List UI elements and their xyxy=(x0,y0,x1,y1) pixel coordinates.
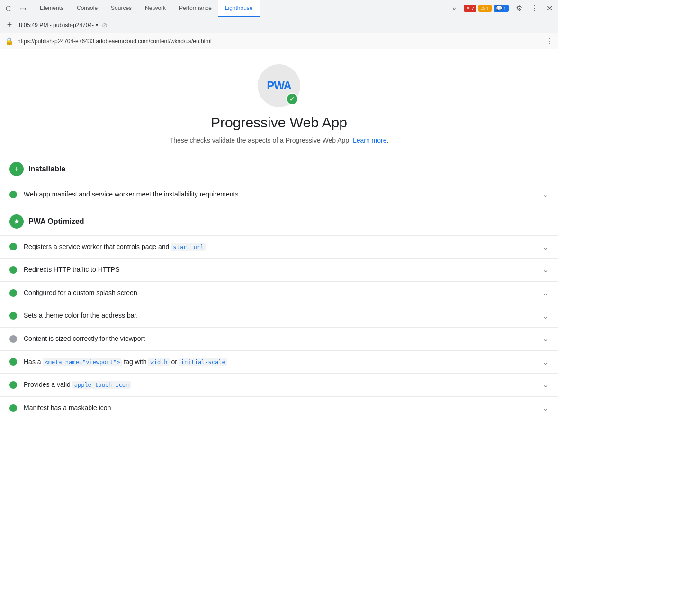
info-count: 1 xyxy=(503,6,506,11)
address-bar: + 8:05:49 PM - publish-p24704- ▾ ⊘ xyxy=(0,17,558,33)
audit-row-pwa-optimized-4[interactable]: Content is sized correctly for the viewp… xyxy=(0,327,558,350)
audit-text: Web app manifest and service worker meet… xyxy=(24,190,538,199)
tab-elements[interactable]: Elements xyxy=(33,0,70,17)
error-count: 7 xyxy=(471,6,474,11)
audit-row-installable-0[interactable]: Web app manifest and service worker meet… xyxy=(0,183,558,206)
audit-row-pwa-optimized-3[interactable]: Sets a theme color for the address bar.⌄ xyxy=(0,304,558,327)
audit-row-pwa-optimized-1[interactable]: Redirects HTTP traffic to HTTPS⌄ xyxy=(0,258,558,281)
device-icon[interactable]: ▭ xyxy=(16,2,29,15)
chevron-down-icon: ⌄ xyxy=(542,242,548,251)
devtools-tab-bar: ⬡ ▭ ElementsConsoleSourcesNetworkPerform… xyxy=(0,0,558,17)
tab-list: ElementsConsoleSourcesNetworkPerformance… xyxy=(33,0,449,17)
section-label-installable: Installable xyxy=(28,165,65,173)
audit-row-pwa-optimized-7[interactable]: Manifest has a maskable icon⌄ xyxy=(0,396,558,420)
audit-status-dot xyxy=(9,289,17,297)
chevron-down-icon: ⌄ xyxy=(542,312,548,321)
tab-actions: ⚙ ⋮ ✕ xyxy=(512,2,556,15)
chevron-down-icon: ⌄ xyxy=(542,288,548,297)
tab-console[interactable]: Console xyxy=(70,0,104,17)
error-badge[interactable]: ✕ 7 xyxy=(464,5,476,12)
tab-lighthouse[interactable]: Lighthouse xyxy=(218,0,260,17)
info-badge[interactable]: 💬 1 xyxy=(494,5,509,12)
audit-row-pwa-optimized-6[interactable]: Provides a valid apple-touch-icon⌄ xyxy=(0,373,558,396)
add-tab-button[interactable]: + xyxy=(4,20,15,30)
chevron-down-icon: ⌄ xyxy=(542,403,548,412)
warn-count: 1 xyxy=(486,6,489,11)
error-icon: ✕ xyxy=(466,5,470,11)
audit-text: Manifest has a maskable icon xyxy=(24,403,538,413)
pwa-logo: PWA ✓ xyxy=(258,64,300,107)
dropdown-arrow-icon[interactable]: ▾ xyxy=(96,22,98,27)
audit-code: apple-touch-icon xyxy=(72,381,131,389)
chevron-down-icon: ⌄ xyxy=(542,334,548,343)
more-tabs-button[interactable]: » xyxy=(449,5,459,12)
devtools-icons: ⬡ ▭ xyxy=(2,2,29,15)
audit-code: width xyxy=(148,358,169,366)
warn-icon: ⚠ xyxy=(481,5,485,11)
tab-badges: ✕ 7 ⚠ 1 💬 1 xyxy=(464,5,509,12)
more-options-icon[interactable]: ⋮ xyxy=(528,2,541,15)
section-icon-installable: + xyxy=(9,162,24,176)
chevron-down-icon: ⌄ xyxy=(542,357,548,366)
info-icon: 💬 xyxy=(496,5,503,11)
audit-status-dot xyxy=(9,381,17,389)
block-icon: ⊘ xyxy=(102,21,108,29)
audit-text: Registers a service worker that controls… xyxy=(24,242,538,252)
hero-description: These checks validate the aspects of a P… xyxy=(170,136,389,144)
learn-more-link[interactable]: Learn more xyxy=(353,136,387,144)
url-text[interactable]: https://publish-p24704-e76433.adobeaemcl… xyxy=(18,38,542,45)
audit-status-dot xyxy=(9,404,17,412)
lock-icon: 🔒 xyxy=(5,37,14,45)
url-more-button[interactable]: ⋮ xyxy=(546,36,553,45)
section-icon-pwa-optimized: ★ xyxy=(9,214,24,229)
tab-network[interactable]: Network xyxy=(138,0,172,17)
audit-status-dot xyxy=(9,312,17,320)
audit-text: Provides a valid apple-touch-icon xyxy=(24,380,538,390)
cursor-icon[interactable]: ⬡ xyxy=(2,2,15,15)
audit-row-pwa-optimized-2[interactable]: Configured for a custom splash screen⌄ xyxy=(0,281,558,304)
audit-code: <meta name="viewport"> xyxy=(43,358,122,366)
settings-icon[interactable]: ⚙ xyxy=(512,2,526,15)
audit-text: Sets a theme color for the address bar. xyxy=(24,311,538,321)
tab-performance[interactable]: Performance xyxy=(172,0,218,17)
section-header-pwa-optimized: ★PWA Optimized xyxy=(0,206,558,235)
page-title: Progressive Web App xyxy=(211,115,347,131)
audit-status-dot xyxy=(9,191,17,198)
section-label-pwa-optimized: PWA Optimized xyxy=(28,217,84,226)
audit-text: Configured for a custom splash screen xyxy=(24,288,538,298)
audit-text: Has a <meta name="viewport"> tag with wi… xyxy=(24,357,538,367)
session-label: 8:05:49 PM - publish-p24704- ▾ xyxy=(19,22,98,28)
close-icon[interactable]: ✕ xyxy=(543,2,556,15)
chevron-down-icon: ⌄ xyxy=(542,265,548,274)
sections-container: +InstallableWeb app manifest and service… xyxy=(0,153,558,419)
audit-code: start_url xyxy=(171,243,206,251)
audit-row-pwa-optimized-5[interactable]: Has a <meta name="viewport"> tag with wi… xyxy=(0,350,558,374)
audit-text: Content is sized correctly for the viewp… xyxy=(24,334,538,344)
tab-sources[interactable]: Sources xyxy=(104,0,138,17)
audit-status-dot xyxy=(9,266,17,274)
pwa-logo-text: PWA xyxy=(267,79,291,92)
audit-row-pwa-optimized-0[interactable]: Registers a service worker that controls… xyxy=(0,235,558,259)
audit-status-dot xyxy=(9,243,17,250)
section-header-installable: +Installable xyxy=(0,153,558,183)
audit-status-dot xyxy=(9,358,17,366)
url-bar: 🔒 https://publish-p24704-e76433.adobeaem… xyxy=(0,33,558,49)
audit-code: initial-scale xyxy=(179,358,227,366)
warn-badge[interactable]: ⚠ 1 xyxy=(478,5,492,12)
hero-section: PWA ✓ Progressive Web App These checks v… xyxy=(0,49,558,153)
chevron-down-icon: ⌄ xyxy=(542,190,548,199)
pwa-check-icon: ✓ xyxy=(286,93,298,105)
audit-status-dot xyxy=(9,335,17,343)
main-content: PWA ✓ Progressive Web App These checks v… xyxy=(0,49,558,419)
audit-text: Redirects HTTP traffic to HTTPS xyxy=(24,265,538,275)
chevron-down-icon: ⌄ xyxy=(542,380,548,389)
